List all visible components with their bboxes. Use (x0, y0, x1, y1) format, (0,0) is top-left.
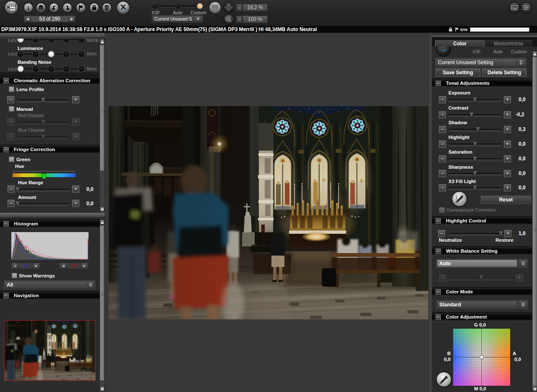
svg-text:i: i (27, 5, 29, 11)
svg-text:TIFF: TIFF (10, 8, 15, 10)
svg-text:JPEG: JPEG (10, 5, 16, 7)
svg-text:B/W: B/W (460, 28, 468, 32)
